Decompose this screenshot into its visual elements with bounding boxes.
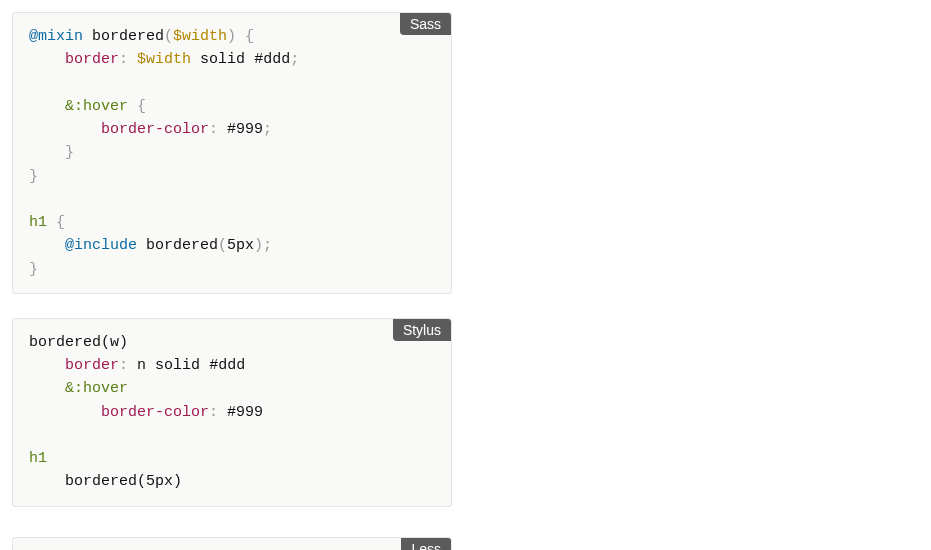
code-token: border-color [101, 121, 209, 138]
code-token: { [56, 214, 65, 231]
code-token: ) [173, 473, 182, 490]
code-token: ( [164, 28, 173, 45]
code-token: bordered(w) [29, 334, 128, 351]
code-token: border-color [101, 404, 209, 421]
stylus-tag: Stylus [393, 319, 451, 341]
code-token: h1 [29, 450, 47, 467]
less-tag: Less [401, 538, 451, 551]
code-token: @include [65, 237, 137, 254]
code-token: &:hover [65, 380, 128, 397]
code-token: : [119, 357, 128, 374]
sass-card: Sass @mixin bordered($width) { border: $… [12, 12, 452, 294]
stylus-code: bordered(w) border: n solid #ddd &:hover… [29, 331, 435, 494]
code-token: 5px [227, 237, 254, 254]
code-token: @mixin [29, 28, 83, 45]
code-grid: Sass @mixin bordered($width) { border: $… [12, 12, 919, 550]
code-token: solid [200, 51, 245, 68]
code-token: n [137, 357, 146, 374]
stylus-card: Stylus bordered(w) border: n solid #ddd … [12, 318, 452, 507]
code-token: { [137, 98, 146, 115]
code-token: { [245, 28, 254, 45]
code-token: ; [263, 237, 272, 254]
code-token: ; [290, 51, 299, 68]
code-token: } [29, 261, 38, 278]
code-token: bordered [92, 28, 164, 45]
code-token: ; [263, 121, 272, 138]
code-token: border [65, 357, 119, 374]
code-token: border [65, 51, 119, 68]
left-column: Sass @mixin bordered($width) { border: $… [12, 12, 452, 507]
code-token: solid [155, 357, 200, 374]
code-token: $width [173, 28, 227, 45]
sass-code: @mixin bordered($width) { border: $width… [29, 25, 435, 281]
code-token: #ddd [254, 51, 290, 68]
code-token: } [65, 144, 74, 161]
code-token: : [209, 404, 218, 421]
code-token: 5px [146, 473, 173, 490]
code-token: bordered [146, 237, 218, 254]
code-token: $width [137, 51, 191, 68]
code-token: #999 [227, 121, 263, 138]
code-token: bordered( [65, 473, 146, 490]
code-token: h1 [29, 214, 47, 231]
code-token: : [209, 121, 218, 138]
code-token: &:hover [65, 98, 128, 115]
code-token: : [119, 51, 128, 68]
code-token: ) [254, 237, 263, 254]
code-token: } [29, 168, 38, 185]
sass-tag: Sass [400, 13, 451, 35]
code-token: ( [218, 237, 227, 254]
right-column: Less .bordered (@width) { border: @width… [12, 537, 452, 551]
code-token: #999 [227, 404, 263, 421]
code-token: ) [227, 28, 236, 45]
less-card: Less .bordered (@width) { border: @width… [12, 537, 452, 551]
code-token: #ddd [209, 357, 245, 374]
